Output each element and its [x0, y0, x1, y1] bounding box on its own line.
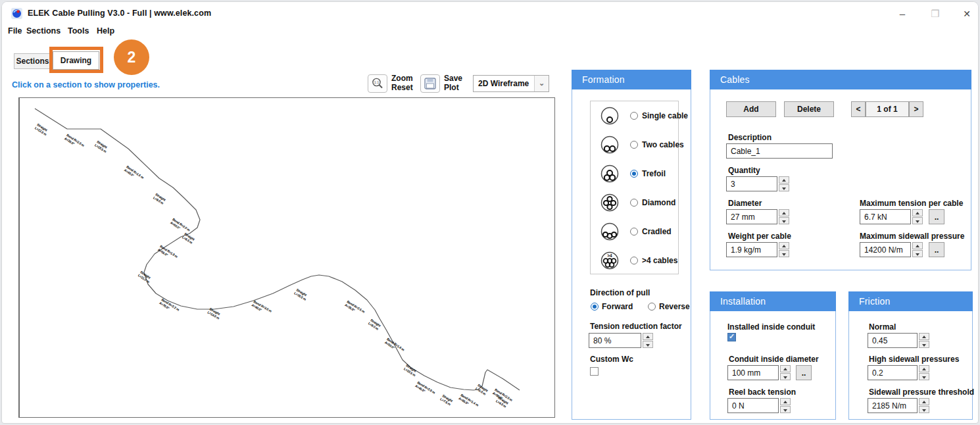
gt4-cables-label: >4 cables — [642, 256, 677, 265]
annotation-step-badge: 2 — [114, 39, 149, 75]
view-mode-value: 2D Wireframe — [474, 79, 534, 88]
max-sidewall-spinner[interactable] — [912, 242, 923, 257]
svg-text:1:1: 1:1 — [374, 80, 380, 84]
page: ELEK Cable Pulling V3.0 - Full | www.ele… — [0, 0, 980, 425]
maximize-button[interactable]: ❒ — [925, 7, 945, 22]
diamond-icon — [600, 193, 620, 213]
reel-back-spinner[interactable] — [780, 398, 791, 413]
max-sidewall-input[interactable]: 14200 N/m — [860, 242, 911, 257]
next-cable-button[interactable]: > — [909, 101, 923, 117]
weight-per-cable-input[interactable]: 1.9 kg/m — [726, 242, 777, 257]
tension-reduction-label: Tension reduction factor — [590, 322, 682, 331]
tension-reduction-input[interactable]: 80 % — [589, 333, 641, 348]
view-mode-dropdown[interactable]: 2D Wireframe ⌄ — [473, 75, 549, 92]
description-input[interactable]: Cable_1 — [726, 143, 833, 159]
gt4-cables-icon: >4 — [600, 251, 620, 270]
delete-cable-button[interactable]: Delete — [784, 101, 834, 117]
inside-conduit-label: Installed inside conduit — [727, 322, 815, 332]
max-sidewall-more-button[interactable]: .. — [929, 242, 944, 257]
inside-conduit-checkbox[interactable] — [727, 333, 736, 341]
weight-per-cable-label: Weight per cable — [728, 232, 791, 241]
quantity-label: Quantity — [728, 166, 760, 175]
cradled-icon — [600, 222, 620, 241]
tab-sections[interactable]: Sections — [14, 53, 51, 69]
installation-panel-header: Installation — [710, 291, 836, 311]
friction-normal-input[interactable]: 0.45 — [868, 333, 918, 348]
installation-panel: Installation Installed inside conduit Co… — [710, 291, 836, 420]
friction-panel-header: Friction — [848, 291, 973, 311]
friction-threshold-label: Sidewall pressure threshold — [869, 388, 974, 397]
friction-threshold-input[interactable]: 2185 N/m — [868, 398, 918, 413]
single-cable-icon — [600, 106, 620, 126]
friction-threshold-spinner[interactable] — [919, 398, 929, 413]
max-tension-input[interactable]: 6.7 kN — [860, 209, 911, 224]
radio-reverse[interactable] — [648, 303, 656, 311]
app-logo-icon — [11, 8, 22, 19]
menu-help[interactable]: Help — [97, 26, 114, 38]
friction-high-input[interactable]: 0.2 — [868, 365, 918, 380]
prev-cable-button[interactable]: < — [851, 101, 866, 117]
single-cable-label: Single cable — [642, 111, 688, 120]
minimize-button[interactable]: – — [893, 7, 912, 22]
save-plot-label-line1: Save — [444, 74, 462, 83]
quantity-spinner[interactable] — [779, 176, 789, 191]
save-plot-button[interactable]: Save Plot — [420, 74, 462, 93]
formation-panel-header: Formation — [572, 70, 691, 89]
weight-per-cable-spinner[interactable] — [779, 242, 789, 257]
diameter-label: Diameter — [728, 199, 762, 208]
zoom-reset-button[interactable]: 1:1 Zoom Reset — [368, 74, 413, 93]
trefoil-icon — [600, 164, 620, 184]
save-icon — [420, 74, 440, 93]
cable-pager: 1 of 1 — [866, 101, 909, 117]
diameter-spinner[interactable] — [779, 209, 789, 224]
radio-gt4-cables[interactable] — [630, 257, 638, 264]
annotation-highlight-box — [49, 47, 103, 73]
reel-back-label: Reel back tension — [729, 388, 796, 397]
add-cable-button[interactable]: Add — [726, 101, 776, 117]
menu-sections[interactable]: Sections — [26, 26, 61, 38]
app-window: ELEK Cable Pulling V3.0 - Full | www.ele… — [1, 1, 979, 424]
friction-normal-spinner[interactable] — [919, 333, 929, 348]
zoom-reset-icon: 1:1 — [368, 74, 387, 93]
conduit-diameter-more-button[interactable]: .. — [796, 365, 812, 380]
radio-cradled[interactable] — [630, 228, 638, 236]
title-bar: ELEK Cable Pulling V3.0 - Full | www.ele… — [2, 2, 978, 24]
radio-trefoil[interactable] — [630, 170, 638, 178]
drawing-canvas[interactable]: Straight L=12.0 mBend R=2.0 m A=30.0°Str… — [18, 97, 555, 418]
reel-back-input[interactable]: 0 N — [727, 398, 779, 413]
radio-two-cables[interactable] — [630, 141, 638, 149]
trefoil-label: Trefoil — [642, 169, 666, 178]
gt4-icon-text: >4 — [607, 253, 612, 258]
two-cables-icon — [600, 135, 620, 155]
cables-panel-header: Cables — [710, 70, 971, 89]
cradled-label: Cradled — [642, 227, 672, 236]
friction-high-spinner[interactable] — [919, 365, 929, 380]
radio-forward[interactable] — [591, 303, 599, 311]
save-plot-label-line2: Plot — [444, 83, 459, 92]
tension-reduction-spinner[interactable] — [643, 333, 653, 348]
menu-tools[interactable]: Tools — [68, 26, 89, 38]
menu-file[interactable]: File — [8, 26, 22, 38]
quantity-input[interactable]: 3 — [726, 176, 777, 191]
max-sidewall-label: Maximum sidewall pressure — [860, 232, 964, 241]
radio-diamond[interactable] — [630, 199, 638, 207]
window-title: ELEK Cable Pulling V3.0 - Full | www.ele… — [28, 9, 211, 18]
friction-panel: Friction Normal 0.45 High sidewall press… — [848, 291, 973, 420]
description-label: Description — [728, 133, 772, 142]
formation-options-group: Single cable Two cables Trefoil — [590, 101, 679, 274]
conduit-diameter-spinner[interactable] — [780, 365, 791, 380]
reverse-label: Reverse — [659, 302, 690, 311]
close-button[interactable]: ✕ — [957, 7, 977, 22]
direction-of-pull-label: Direction of pull — [590, 288, 650, 297]
friction-normal-label: Normal — [869, 322, 896, 332]
custom-wc-checkbox[interactable] — [590, 367, 599, 376]
conduit-diameter-input[interactable]: 100 mm — [727, 365, 779, 380]
diameter-input[interactable]: 27 mm — [726, 209, 777, 224]
forward-label: Forward — [602, 302, 633, 311]
zoom-reset-label-line1: Zoom — [391, 74, 413, 83]
two-cables-label: Two cables — [642, 140, 684, 149]
radio-single-cable[interactable] — [630, 112, 638, 120]
max-tension-more-button[interactable]: .. — [929, 209, 944, 224]
menu-bar: File Sections Tools Help — [2, 24, 978, 40]
max-tension-spinner[interactable] — [912, 209, 923, 224]
